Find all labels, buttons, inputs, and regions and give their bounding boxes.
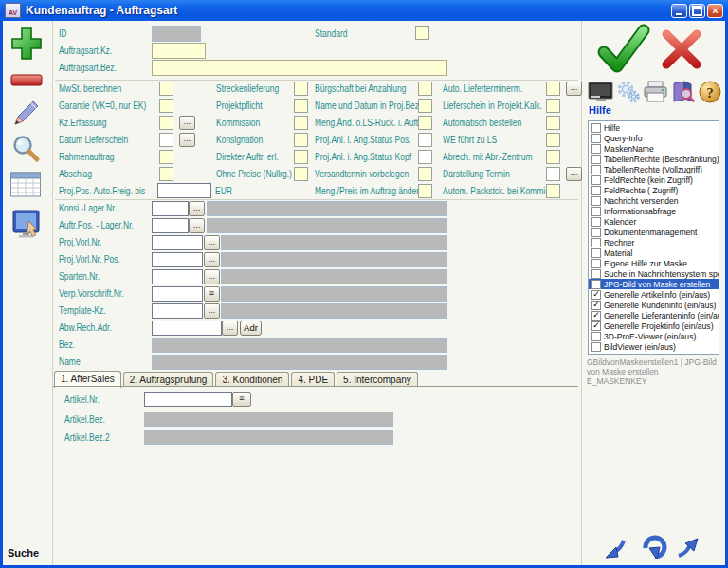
checkbox[interactable] — [294, 167, 308, 181]
auftragsart-kz-input[interactable] — [152, 43, 206, 59]
lookup-button[interactable]: ... — [189, 201, 205, 216]
help-item-checkbox[interactable] — [592, 248, 601, 258]
help-item-checkbox[interactable] — [592, 332, 601, 341]
checkbox[interactable] — [418, 184, 432, 198]
help-item-checkbox[interactable] — [592, 134, 601, 143]
checkbox[interactable] — [546, 82, 560, 96]
help-list-item[interactable]: Hilfe — [589, 122, 719, 133]
help-list-item[interactable]: FeldRechte ( Zugriff) — [589, 185, 719, 195]
checkbox[interactable] — [159, 150, 173, 164]
help-item-checkbox[interactable] — [592, 186, 601, 195]
checkbox[interactable] — [546, 184, 560, 198]
artikel-nr-input[interactable] — [144, 392, 232, 407]
checkbox[interactable] — [294, 133, 308, 147]
settings-gears-icon[interactable] — [615, 80, 641, 104]
lookup-button[interactable]: ... — [204, 269, 220, 284]
screenshot-monitor-icon[interactable] — [588, 80, 613, 104]
checkbox[interactable] — [159, 116, 173, 130]
help-list-item[interactable]: Rechner — [589, 237, 719, 247]
help-list-item[interactable]: TabellenRechte (Beschränkung) — [589, 154, 719, 164]
checkbox[interactable] — [418, 116, 432, 130]
checkbox[interactable] — [159, 99, 173, 113]
adr-button[interactable]: Adr — [240, 321, 262, 336]
lookup-button[interactable]: ... — [204, 252, 220, 267]
lookup-button[interactable]: ≡ — [204, 286, 220, 302]
artikel-lookup-button[interactable]: ≡ — [232, 392, 251, 407]
lookup-button[interactable]: ... — [204, 235, 220, 250]
field-input[interactable] — [152, 286, 203, 302]
confirm-check-icon[interactable] — [595, 23, 650, 76]
checkbox[interactable] — [294, 150, 308, 164]
close-button[interactable]: × — [707, 4, 723, 18]
help-list-item[interactable]: Dokumentenmanagement — [589, 227, 719, 237]
checkbox[interactable] — [294, 116, 308, 130]
checkbox[interactable] — [546, 99, 560, 113]
field-input[interactable] — [152, 269, 203, 284]
help-list-item[interactable]: 3D-ProE-Viewer (ein/aus) — [589, 331, 719, 341]
checkbox[interactable] — [418, 99, 432, 113]
field-input[interactable] — [152, 303, 203, 319]
help-list-item[interactable]: ✓Generelle Lieferanteninfo (ein/aus) — [589, 310, 719, 321]
nav-back-icon[interactable] — [603, 537, 628, 561]
maximize-button[interactable] — [689, 4, 705, 18]
field-input[interactable] — [152, 235, 203, 250]
help-item-checkbox[interactable] — [592, 228, 601, 237]
tab-3[interactable]: 3. Konditionen — [215, 372, 289, 387]
auftragsart-bez-input[interactable] — [152, 60, 447, 76]
lookup-button[interactable]: ... — [222, 321, 238, 336]
document-search-icon[interactable] — [670, 80, 696, 104]
help-item-checkbox[interactable] — [592, 280, 601, 289]
tab-2[interactable]: 2. Auftragsprüfung — [123, 372, 214, 387]
lookup-button[interactable]: ... — [566, 82, 582, 96]
checkbox[interactable] — [546, 133, 560, 147]
nav-forward-icon[interactable] — [675, 535, 700, 559]
help-list-item[interactable]: Query-Info — [589, 133, 719, 143]
help-list-item[interactable]: Suche in Nachrichtensystem speich — [589, 268, 719, 279]
field-input[interactable] — [152, 201, 189, 216]
help-list-item[interactable]: Nachricht versenden — [589, 195, 719, 206]
help-list-item[interactable]: Kalender — [589, 216, 719, 227]
help-item-checkbox[interactable] — [592, 175, 601, 185]
help-list-item[interactable]: Informationsabfrage — [589, 206, 719, 216]
checkbox[interactable] — [159, 167, 173, 181]
help-list-item[interactable]: JPG-Bild von Maske erstellen — [589, 279, 719, 289]
help-item-checkbox[interactable] — [592, 238, 601, 247]
checkbox[interactable] — [159, 133, 173, 147]
lookup-button[interactable]: ... — [189, 218, 205, 233]
help-list-item[interactable]: TabellenRechte (Vollzugriff) — [589, 164, 719, 174]
tab-4[interactable]: 4. PDE — [291, 372, 335, 387]
help-item-checkbox[interactable] — [592, 217, 601, 227]
help-item-checkbox[interactable]: ✓ — [592, 321, 601, 331]
lookup-button[interactable]: ... — [179, 133, 195, 147]
help-list-item[interactable]: ✓Generelle Projektinfo (ein/aus) — [589, 321, 719, 331]
help-list-item[interactable]: Material — [589, 247, 719, 258]
checkbox[interactable] — [546, 167, 560, 181]
standard-checkbox[interactable] — [415, 26, 429, 40]
help-item-checkbox[interactable] — [592, 207, 601, 216]
help-item-checkbox[interactable] — [592, 269, 601, 279]
lookup-button[interactable]: ... — [179, 116, 195, 130]
checkbox[interactable] — [418, 167, 432, 181]
help-list-item[interactable]: FeldRechte (kein Zugriff) — [589, 174, 719, 185]
lookup-button[interactable]: ... — [566, 167, 582, 181]
checkbox[interactable] — [159, 82, 173, 96]
help-item-checkbox[interactable] — [592, 342, 601, 352]
help-item-checkbox[interactable]: ✓ — [592, 311, 601, 321]
help-list-item[interactable]: ✓Generelle Kundeninfo (ein/aus) — [589, 300, 719, 310]
checkbox[interactable] — [294, 82, 308, 96]
help-list-item[interactable]: Eigene Hilfe zur Maske — [589, 258, 719, 268]
checkbox[interactable] — [418, 150, 432, 164]
cancel-x-icon[interactable] — [658, 27, 705, 72]
help-list-item[interactable]: ✓Generelle Artikelinfo (ein/aus) — [589, 289, 719, 300]
help-item-checkbox[interactable] — [592, 123, 601, 133]
checkbox[interactable] — [546, 116, 560, 130]
field-input[interactable] — [152, 252, 203, 267]
help-item-checkbox[interactable] — [592, 259, 601, 268]
print-icon[interactable] — [643, 80, 668, 104]
field-input[interactable] — [152, 218, 189, 233]
checkbox[interactable] — [418, 82, 432, 96]
help-item-checkbox[interactable] — [592, 165, 601, 174]
freig-input[interactable] — [157, 183, 211, 198]
help-item-checkbox[interactable]: ✓ — [592, 301, 601, 310]
add-icon[interactable] — [9, 26, 44, 62]
